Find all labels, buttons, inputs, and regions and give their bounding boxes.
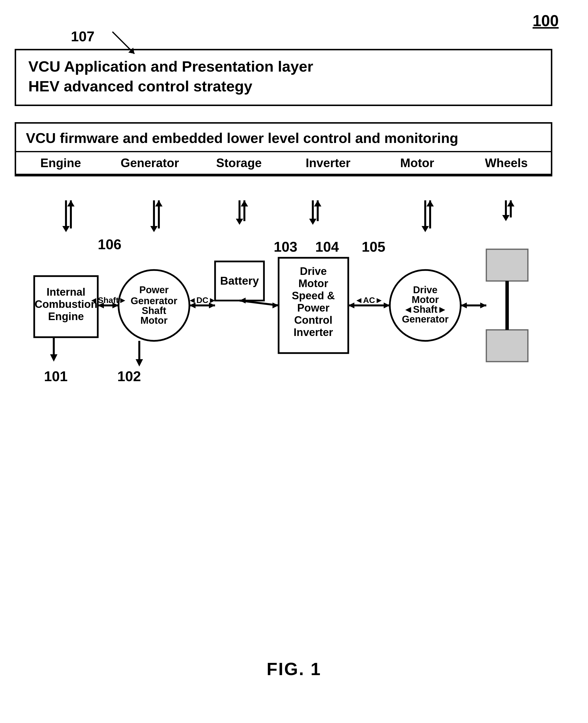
svg-text:◄AC►: ◄AC► — [355, 295, 383, 305]
page: 100 107 VCU Application and Presentation… — [0, 0, 588, 723]
svg-marker-58 — [112, 302, 119, 309]
col-inverter: Inverter — [284, 152, 373, 174]
svg-rect-41 — [279, 258, 348, 353]
fig-caption: FIG. 1 — [267, 659, 321, 679]
svg-point-32 — [119, 270, 189, 341]
svg-marker-19 — [422, 226, 429, 232]
col-generator: Generator — [105, 152, 194, 174]
svg-text:Control: Control — [294, 314, 332, 326]
svg-marker-65 — [273, 302, 279, 309]
svg-text:Drive: Drive — [300, 265, 327, 277]
svg-marker-15 — [309, 219, 316, 225]
svg-line-64 — [239, 300, 279, 305]
svg-text:◄Shaft►: ◄Shaft► — [403, 304, 447, 315]
svg-marker-62 — [209, 302, 215, 309]
svg-text:Engine: Engine — [48, 310, 84, 322]
svg-text:101: 101 — [44, 368, 68, 384]
figure-number: 100 — [532, 12, 559, 30]
svg-marker-23 — [502, 215, 509, 221]
col-storage: Storage — [194, 152, 284, 174]
svg-text:Motor: Motor — [412, 294, 439, 305]
svg-text:Motor: Motor — [298, 277, 328, 289]
svg-text:102: 102 — [117, 368, 141, 384]
svg-marker-25 — [507, 200, 514, 207]
col-headers: Engine Generator Storage Inverter Motor … — [16, 151, 551, 175]
svg-marker-57 — [98, 302, 104, 309]
svg-point-48 — [390, 270, 461, 341]
svg-marker-17 — [314, 200, 321, 207]
svg-rect-26 — [34, 276, 98, 337]
svg-marker-68 — [348, 302, 354, 309]
svg-text:◄DC►: ◄DC► — [188, 295, 216, 305]
svg-text:◄Shaft►: ◄Shaft► — [90, 295, 127, 305]
vcu-app-box: VCU Application and Presentation layer H… — [15, 49, 552, 106]
firmware-title: VCU firmware and embedded lower level co… — [16, 124, 551, 151]
svg-marker-21 — [426, 200, 434, 207]
svg-text:Speed &: Speed & — [292, 290, 335, 301]
svg-text:Power: Power — [139, 284, 169, 295]
svg-text:Battery: Battery — [220, 274, 259, 287]
svg-text:Power: Power — [297, 302, 330, 314]
svg-rect-53 — [486, 249, 528, 281]
col-motor: Motor — [373, 152, 462, 174]
svg-text:106: 106 — [98, 236, 122, 252]
svg-text:Generator: Generator — [130, 295, 177, 306]
svg-text:104: 104 — [315, 239, 339, 255]
svg-rect-54 — [486, 330, 528, 362]
svg-text:Shaft: Shaft — [142, 305, 166, 316]
svg-marker-3 — [62, 226, 70, 232]
diagram-area: Internal Combustion Engine Power Generat… — [15, 200, 552, 391]
svg-marker-38 — [135, 359, 143, 366]
svg-marker-31 — [50, 354, 58, 362]
svg-text:Generator: Generator — [402, 314, 448, 324]
svg-rect-39 — [215, 261, 264, 300]
svg-marker-13 — [241, 200, 248, 207]
svg-marker-72 — [461, 302, 467, 309]
svg-text:Inverter: Inverter — [294, 326, 333, 338]
vcu-app-line1: VCU Application and Presentation layer — [28, 58, 539, 75]
svg-text:Combustion: Combustion — [35, 298, 98, 310]
vcu-firmware-box: VCU firmware and embedded lower level co… — [15, 122, 552, 176]
col-wheels: Wheels — [462, 152, 551, 174]
svg-marker-66 — [239, 298, 246, 303]
svg-text:Drive: Drive — [413, 284, 438, 295]
svg-text:103: 103 — [274, 239, 297, 255]
svg-marker-61 — [189, 302, 195, 309]
vcu-app-line2: HEV advanced control strategy — [28, 78, 539, 95]
svg-marker-73 — [480, 302, 486, 309]
svg-text:105: 105 — [362, 239, 385, 255]
svg-marker-69 — [384, 302, 390, 309]
svg-marker-9 — [155, 200, 163, 207]
svg-marker-5 — [67, 200, 75, 207]
label-107: 107 — [71, 28, 94, 44]
svg-text:Motor: Motor — [140, 315, 167, 326]
diagram-svg: Internal Combustion Engine Power Generat… — [15, 200, 552, 391]
svg-marker-11 — [236, 219, 243, 225]
svg-marker-7 — [150, 226, 158, 232]
col-engine: Engine — [16, 152, 105, 174]
svg-text:Internal: Internal — [47, 286, 86, 298]
